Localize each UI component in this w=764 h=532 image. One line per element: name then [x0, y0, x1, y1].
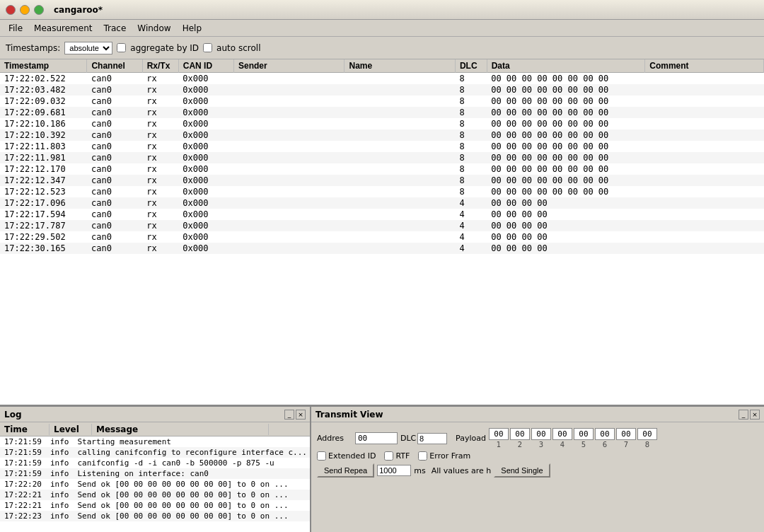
col-header-data: Data	[487, 59, 645, 73]
cell-dlc: 8	[455, 186, 487, 197]
log-cell-time: 17:21:59	[0, 458, 46, 468]
payload-byte-4[interactable]	[552, 428, 572, 440]
transmit-panel: Transmit View _ × Addres DLC Payload	[311, 407, 764, 532]
log-tbody: 17:21:59 info Starting measurement 17:21…	[0, 436, 310, 521]
cell-dlc: 4	[455, 209, 487, 220]
cell-canid: 0x000	[178, 118, 233, 129]
table-row[interactable]: 17:22:09.032 can0 rx 0x000 8 00 00 00 00…	[0, 96, 764, 107]
table-row[interactable]: 17:22:17.594 can0 rx 0x000 4 00 00 00 00	[0, 209, 764, 220]
log-cell-time: 17:22:21	[0, 500, 46, 511]
log-cell-message: canifconfig -d -i can0 -b 500000 -p 875 …	[73, 458, 310, 468]
cell-timestamp: 17:22:17.594	[0, 209, 87, 220]
rtf-checkbox[interactable]	[384, 451, 393, 461]
menu-trace[interactable]: Trace	[98, 22, 132, 35]
cell-timestamp: 17:22:10.186	[0, 118, 87, 129]
table-row[interactable]: 17:22:29.502 can0 rx 0x000 4 00 00 00 00	[0, 231, 764, 243]
log-header: Log _ ×	[0, 407, 310, 422]
close-button[interactable]	[6, 5, 16, 15]
table-row[interactable]: 17:22:11.981 can0 rx 0x000 8 00 00 00 00…	[0, 152, 764, 163]
cell-data: 00 00 00 00 00 00 00 00	[487, 84, 645, 96]
cell-dlc: 8	[455, 129, 487, 141]
all-values-label: All values are h	[432, 466, 492, 475]
table-row[interactable]: 17:22:10.186 can0 rx 0x000 8 00 00 00 00…	[0, 118, 764, 129]
send-repeat-interval[interactable]	[377, 465, 411, 476]
cell-channel: can0	[87, 175, 142, 186]
cell-name	[345, 152, 455, 163]
menu-file[interactable]: File	[3, 22, 28, 35]
log-cell-level: info	[46, 500, 74, 511]
cell-channel: can0	[87, 220, 142, 231]
log-close-button[interactable]: ×	[296, 410, 306, 420]
payload-byte-6[interactable]	[595, 428, 615, 440]
table-row[interactable]: 17:22:10.392 can0 rx 0x000 8 00 00 00 00…	[0, 129, 764, 141]
payload-inputs-row	[489, 428, 657, 440]
payload-byte-1[interactable]	[489, 428, 509, 440]
table-row[interactable]: 17:22:12.347 can0 rx 0x000 8 00 00 00 00…	[0, 175, 764, 186]
transmit-close-button[interactable]: ×	[750, 410, 760, 420]
log-cell-level: info	[46, 436, 74, 447]
payload-inputs-container: 1 2 3 4 5 6 7 8	[489, 428, 657, 449]
table-row[interactable]: 17:22:30.165 can0 rx 0x000 4 00 00 00 00	[0, 243, 764, 254]
address-input[interactable]	[355, 432, 398, 444]
cell-data: 00 00 00 00	[487, 231, 645, 243]
window-title: cangaroo*	[54, 5, 103, 15]
menubar: File Measurement Trace Window Help	[0, 20, 764, 37]
payload-byte-8[interactable]	[637, 428, 657, 440]
extended-id-checkbox[interactable]	[317, 451, 326, 461]
cell-channel: can0	[87, 186, 142, 197]
table-row[interactable]: 17:22:09.681 can0 rx 0x000 8 00 00 00 00…	[0, 107, 764, 118]
minimize-button[interactable]	[20, 5, 30, 15]
aggregate-checkbox[interactable]	[117, 43, 126, 52]
table-row[interactable]: 17:22:17.096 can0 rx 0x000 4 00 00 00 00	[0, 197, 764, 209]
cell-data: 00 00 00 00 00 00 00 00	[487, 118, 645, 129]
trace-area: Timestamp Channel Rx/Tx CAN ID Sender Na…	[0, 59, 764, 406]
cell-channel: can0	[87, 209, 142, 220]
menu-help[interactable]: Help	[177, 22, 207, 35]
transmit-send-row: Send Repea ms All values are h Send Sing…	[317, 463, 758, 478]
dlc-spinner[interactable]	[417, 433, 447, 444]
payload-byte-3[interactable]	[531, 428, 551, 440]
cell-comment	[645, 243, 764, 254]
cell-data: 00 00 00 00 00 00 00 00	[487, 163, 645, 175]
transmit-minimize-button[interactable]: _	[739, 410, 748, 420]
cell-rxtx: rx	[142, 243, 178, 254]
cell-comment	[645, 209, 764, 220]
rtf-item: RTF	[384, 451, 410, 461]
cell-channel: can0	[87, 73, 142, 85]
cell-rxtx: rx	[142, 175, 178, 186]
payload-byte-2[interactable]	[510, 428, 530, 440]
cell-timestamp: 17:22:29.502	[0, 231, 87, 243]
cell-dlc: 8	[455, 96, 487, 107]
error-frame-checkbox[interactable]	[418, 451, 427, 461]
payload-byte-7[interactable]	[616, 428, 636, 440]
cell-canid: 0x000	[178, 84, 233, 96]
timestamps-select[interactable]: absolute relative delta	[64, 42, 112, 54]
maximize-button[interactable]	[34, 5, 44, 15]
list-item: 17:22:21 info Send ok [00 00 00 00 00 00…	[0, 490, 310, 500]
cell-timestamp: 17:22:09.032	[0, 96, 87, 107]
table-row[interactable]: 17:22:17.787 can0 rx 0x000 4 00 00 00 00	[0, 220, 764, 231]
log-cell-message: Send ok [00 00 00 00 00 00 00 00] to 0 o…	[73, 500, 310, 511]
cell-timestamp: 17:22:30.165	[0, 243, 87, 254]
payload-byte-5[interactable]	[574, 428, 594, 440]
table-row[interactable]: 17:22:12.523 can0 rx 0x000 8 00 00 00 00…	[0, 186, 764, 197]
table-row[interactable]: 17:22:03.482 can0 rx 0x000 8 00 00 00 00…	[0, 84, 764, 96]
cell-timestamp: 17:22:02.522	[0, 73, 87, 85]
cell-name	[345, 175, 455, 186]
menu-measurement[interactable]: Measurement	[28, 22, 98, 35]
table-row[interactable]: 17:22:12.170 can0 rx 0x000 8 00 00 00 00…	[0, 163, 764, 175]
table-row[interactable]: 17:22:02.522 can0 rx 0x000 8 00 00 00 00…	[0, 73, 764, 85]
log-cell-level: info	[46, 479, 74, 490]
log-body[interactable]: 17:21:59 info Starting measurement 17:21…	[0, 436, 310, 532]
autoscroll-checkbox[interactable]	[203, 43, 212, 52]
table-row[interactable]: 17:22:11.803 can0 rx 0x000 8 00 00 00 00…	[0, 141, 764, 152]
send-repeat-button[interactable]: Send Repea	[317, 463, 374, 478]
cell-channel: can0	[87, 118, 142, 129]
log-minimize-button[interactable]: _	[284, 410, 294, 420]
cell-channel: can0	[87, 96, 142, 107]
cell-sender	[233, 197, 344, 209]
cell-sender	[233, 84, 344, 96]
send-single-button[interactable]: Send Single	[494, 463, 550, 478]
menu-window[interactable]: Window	[132, 22, 176, 35]
log-cell-time: 17:22:23	[0, 511, 46, 521]
